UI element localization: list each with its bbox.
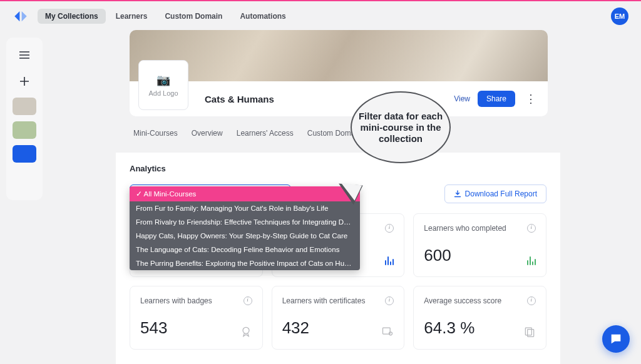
dropdown-option-all[interactable]: All Mini-Courses	[130, 186, 360, 201]
nav-tab-my-collections[interactable]: My Collections	[38, 9, 106, 24]
dropdown-option-4[interactable]: The Language of Cats: Decoding Feline Be…	[130, 243, 360, 256]
collection-main: 📷 Add Logo Cats & Humans View Share ⋮ Mi…	[130, 30, 548, 143]
collection-sidebar	[6, 38, 43, 200]
bars-icon	[385, 255, 394, 265]
download-icon	[454, 190, 461, 198]
stat-label: Average success score	[424, 296, 501, 305]
hint-tooltip-text: Filter data for each mini-course in the …	[351, 91, 451, 163]
collection-title: Cats & Humans	[205, 94, 274, 104]
svg-point-0	[243, 327, 249, 333]
add-logo-button[interactable]: 📷 Add Logo	[138, 60, 188, 110]
info-icon[interactable]	[385, 296, 394, 305]
mini-course-dropdown[interactable]: All Mini-Courses From Fur to Family: Man…	[130, 186, 360, 270]
dropdown-option-2[interactable]: From Rivalry to Friendship: Effective Te…	[130, 215, 360, 229]
stat-value: 543	[140, 318, 167, 338]
stat-value: 432	[282, 318, 309, 338]
view-link[interactable]: View	[454, 94, 470, 103]
hamburger-menu-icon[interactable]	[14, 45, 34, 65]
score-icon	[523, 325, 536, 338]
download-report-button[interactable]: Download Full Report	[444, 185, 546, 203]
subtab-learners-access[interactable]: Learners' Access	[237, 129, 294, 138]
share-button[interactable]: Share	[478, 91, 515, 107]
info-icon[interactable]	[244, 296, 252, 305]
subtab-mini-courses[interactable]: Mini-Courses	[133, 129, 178, 138]
collection-hero-image	[130, 30, 548, 81]
download-report-label: Download Full Report	[465, 190, 537, 198]
stat-label: Learners with certificates	[282, 296, 366, 305]
stat-card-completed: Learners who completed 600	[413, 213, 546, 277]
collection-thumb-3[interactable]	[13, 145, 36, 163]
nav-tab-automations[interactable]: Automations	[232, 9, 293, 24]
nav-tab-learners[interactable]: Learners	[108, 9, 155, 24]
add-logo-label: Add Logo	[148, 89, 178, 97]
stat-label: Learners with badges	[140, 296, 212, 305]
nav-tab-custom-domain[interactable]: Custom Domain	[157, 9, 230, 24]
camera-icon: 📷	[156, 73, 170, 87]
collection-header: 📷 Add Logo Cats & Humans View Share ⋮	[130, 81, 548, 116]
top-nav: My Collections Learners Custom Domain Au…	[0, 1, 641, 31]
dropdown-option-3[interactable]: Happy Cats, Happy Owners: Your Step-by-S…	[130, 229, 360, 243]
chat-fab[interactable]	[602, 325, 630, 353]
badge-icon	[240, 325, 252, 338]
dropdown-option-1[interactable]: From Fur to Family: Managing Your Cat's …	[130, 201, 360, 215]
stat-value: 600	[424, 246, 451, 265]
bars-icon	[527, 255, 536, 265]
stat-value: 64.3 %	[424, 318, 474, 338]
more-menu-icon[interactable]: ⋮	[523, 92, 539, 106]
subtab-overview[interactable]: Overview	[192, 129, 223, 138]
analytics-title: Analytics	[130, 164, 546, 173]
user-avatar[interactable]: EM	[611, 8, 628, 25]
collection-thumb-1[interactable]	[13, 98, 36, 115]
hint-tooltip: Filter data for each mini-course in the …	[351, 91, 451, 163]
dropdown-option-5[interactable]: The Purring Benefits: Exploring the Posi…	[130, 256, 360, 270]
certificate-icon	[381, 325, 394, 338]
stat-card-certificates: Learners with certificates 432	[272, 286, 405, 350]
stat-card-badges: Learners with badges 543	[130, 286, 263, 350]
add-collection-button[interactable]	[14, 71, 34, 91]
collection-subtabs: Mini-Courses Overview Learners' Access C…	[130, 116, 548, 143]
chat-icon	[609, 332, 623, 346]
collection-thumb-2[interactable]	[13, 121, 36, 139]
svg-rect-4	[528, 330, 534, 337]
info-icon[interactable]	[527, 224, 536, 233]
svg-point-2	[389, 332, 392, 335]
stat-label: Learners who completed	[424, 224, 506, 233]
stat-card-avg-score: Average success score 64.3 %	[413, 286, 546, 350]
info-icon[interactable]	[385, 224, 394, 233]
svg-rect-3	[525, 328, 531, 335]
info-icon[interactable]	[527, 296, 536, 305]
logo-icon	[13, 8, 29, 24]
